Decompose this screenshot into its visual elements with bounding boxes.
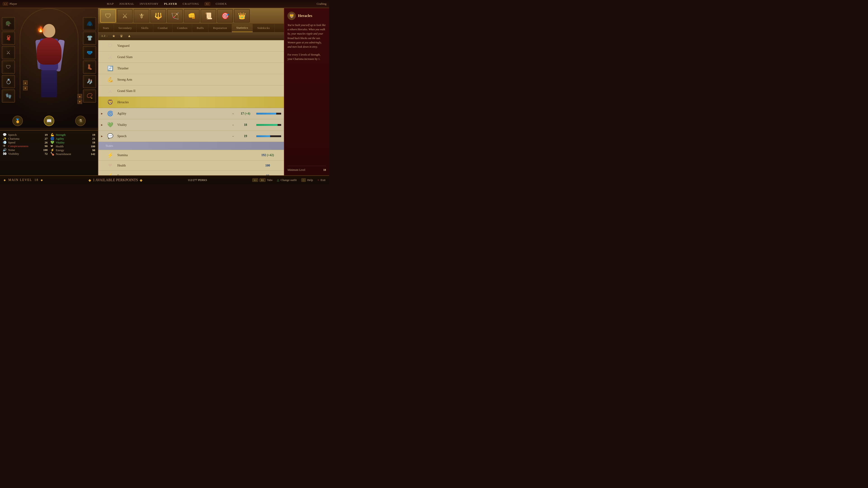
tab-skills[interactable]: Skills [136,24,153,32]
equip-slot-shield[interactable]: 🛡 [2,61,15,74]
conspicuousness-value: 90 [41,144,48,148]
sword-tab-icon: ⚔ [122,12,128,20]
right-info-panel: 🦁 Heracles You've built yourself up to l… [284,8,329,175]
arrow-down-left[interactable]: ▼ [23,86,28,90]
energy-label: Energy [56,149,87,152]
skill-row-grand-slam-2[interactable]: ⚔ Grand Slam II [98,86,284,97]
tab-icon-shield[interactable]: 🛡 [100,9,116,23]
tab-combos[interactable]: Combos [173,24,192,32]
circle-icon: ○ [317,178,319,182]
equip-slot-ring[interactable]: 💍 [2,75,15,88]
tab-sidekicks[interactable]: Sidekicks [253,24,274,32]
arrow-up-right[interactable]: ▲ [78,94,82,98]
stat-nourishment: 🍗 Nourishment 142 [51,152,95,156]
left-arrows: ▲ ▼ [23,80,28,90]
agility-minus-btn[interactable]: - [230,111,237,116]
tab-reputation[interactable]: Reputation [209,24,232,32]
tab-icon-dagger[interactable]: 🗡 [133,9,149,23]
skill-row-speech[interactable]: ▶ 💬 Speech - 19 [98,131,284,142]
agility-row-icon: 🌀 [105,109,115,118]
skill-row-heracles[interactable]: 🦁 Heracles [98,97,284,108]
tab-icon-crown[interactable]: 👑 [234,9,250,23]
equip-slot-amulet[interactable]: 📿 [83,90,96,103]
pants-icon: 🩲 [87,50,93,56]
expand-speech-icon[interactable]: ▶ [101,135,105,137]
exit-control[interactable]: ○ Exit [317,178,326,182]
skill-row-grand-slam[interactable]: ⚔ Grand Slam [98,52,284,63]
help-control[interactable]: □ Help [301,178,313,182]
strong-arm-name: Strong Arm [117,78,281,82]
speech-bar [256,135,281,137]
vitality-row-value: 18 [237,123,254,127]
equip-slot-boots[interactable]: 👢 [83,61,96,74]
states-header-label: States [105,144,281,148]
charisma-value: 27 [41,137,48,140]
nav-map[interactable]: MAP [107,2,114,6]
skill-row-vanguard[interactable]: 🛡 Vanguard [98,40,284,52]
circle-btn-2[interactable]: 📖 [44,116,54,126]
expand-vitality-icon[interactable]: ▶ [101,124,105,126]
fist-tab-icon: 👊 [188,12,196,20]
vanguard-name: Vanguard [117,44,281,48]
min-level-row: Minimum Level 18 [287,166,326,172]
skill-row-thrasher[interactable]: 🔄 Thrasher [98,63,284,74]
nav-player[interactable]: PLAYER [164,2,177,6]
vitality-bar [256,124,281,126]
tab-icon-target[interactable]: 🎯 [217,9,233,23]
tab-combat[interactable]: Combat [153,24,173,32]
equip-slot-gloves[interactable]: 🧤 [2,90,15,103]
nav-crafting[interactable]: CRAFTING [183,2,199,6]
tab-icon-trident[interactable]: 🔱 [150,9,166,23]
tab-icon-sword[interactable]: ⚔ [117,9,133,23]
sort-icon: ↕ [106,35,107,37]
tab-icon-scroll[interactable]: 📜 [200,9,216,23]
nav-inventory[interactable]: INVENTORY [140,2,159,6]
perk-diamond-right: ◆ [140,178,143,182]
heracles-icon: 🦁 [105,98,115,107]
stat-health: ❤ Health 100 [51,144,95,148]
state-row-stamina[interactable]: ⚡ Stamina 192 (+42) [98,150,284,160]
right-panel-title-text: Heracles [298,13,312,18]
equip-slot-socks[interactable]: 🧦 [83,75,96,88]
expand-agility-icon[interactable]: ▶ [101,112,105,115]
exit-label: Exit [320,178,326,182]
tab-secondary[interactable]: Secondary [114,24,136,32]
filter-az-button[interactable]: A Z ↕ [101,34,107,38]
circle-btn-1[interactable]: 🏅 [12,116,23,126]
skill-row-vitality[interactable]: ▶ 💚 Vitality - 18 [98,119,284,131]
speech-minus-btn[interactable]: - [230,134,237,138]
state-row-energy[interactable]: ⚡ Energy 98 [98,171,284,175]
tab-icon-fist[interactable]: 👊 [184,9,199,23]
arrow-down-right[interactable]: ▼ [78,99,82,104]
change-outfit-control[interactable]: △ Change outfit [277,178,297,182]
tab-statistics[interactable]: Statistics [232,24,253,32]
circle-btn-3[interactable]: ⚗ [75,116,86,126]
tab-stats[interactable]: Stats [98,24,114,32]
vitality-minus-btn[interactable]: - [230,123,237,127]
equip-slot-helmet[interactable]: 🪖 [2,17,15,30]
socks-icon: 🧦 [87,78,93,85]
state-row-health[interactable]: ❤ Health 100 [98,160,284,171]
equip-slot-neck[interactable]: 🧣 [2,32,15,45]
nav-codex[interactable]: CODEX [216,2,227,6]
energy-icon: ⚡ [51,148,55,152]
filter-star-icon[interactable]: ★ [112,34,115,38]
filter-crown-icon[interactable]: ♛ [120,34,123,38]
equip-slot-chest[interactable]: 🧥 [83,17,96,30]
tab-icon-bow[interactable]: 🏹 [167,9,183,23]
filter-up-icon[interactable]: ▲ [127,34,131,38]
character-body [34,20,64,110]
nav-journal[interactable]: JOURNAL [119,2,134,6]
tab-buffs[interactable]: Buffs [192,24,209,32]
skill-row-strong-arm[interactable]: 💪 Strong Arm [98,74,284,86]
equip-slot-weapon[interactable]: ⚔ [2,46,15,59]
strength-value: 19 [88,133,95,137]
noise-value: 100 [41,148,48,152]
arrow-up-left[interactable]: ▲ [23,80,28,85]
chest-icon: 🧥 [87,21,93,27]
equip-slot-pants[interactable]: 🩲 [83,46,96,59]
skill-row-agility[interactable]: ▶ 🌀 Agility - 17 (+4) [98,108,284,119]
agility-value: 21 [88,137,95,140]
equip-slot-shirt[interactable]: 👕 [83,32,96,45]
nav-center-section: MAP JOURNAL INVENTORY PLAYER CRAFTING R2… [107,2,227,6]
